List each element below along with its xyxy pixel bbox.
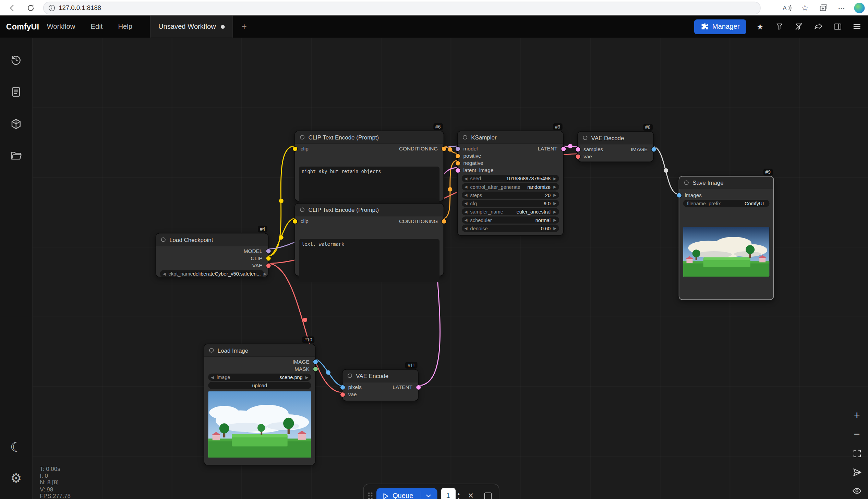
toggle-minimap-button[interactable]: [850, 485, 864, 497]
port-dot[interactable]: [313, 360, 317, 364]
queue-button[interactable]: Queue: [376, 488, 437, 499]
input-port-latent-image[interactable]: latent_image: [458, 167, 563, 174]
comfyui-logo[interactable]: ComfyUI: [6, 22, 39, 31]
port-dot[interactable]: [455, 146, 460, 151]
collapse-dot-icon[interactable]: [348, 374, 352, 378]
arrow-left-icon[interactable]: ◀: [211, 375, 214, 379]
node-clip-text-encode-positive[interactable]: #6 CLIP Text Encode (Prompt) clip CONDIT…: [294, 131, 444, 202]
port-dot[interactable]: [266, 263, 270, 268]
prompt-textarea[interactable]: text, watermark: [299, 239, 439, 282]
node-header[interactable]: Save Image: [679, 177, 773, 189]
stop-button[interactable]: [481, 489, 495, 499]
model-library-icon[interactable]: [6, 114, 26, 134]
input-port-positive[interactable]: positive: [458, 152, 563, 159]
arrow-right-icon[interactable]: ▶: [264, 272, 267, 276]
port-dot[interactable]: [576, 147, 580, 151]
collections-icon[interactable]: [818, 2, 829, 13]
batch-count-input[interactable]: 1: [441, 488, 455, 499]
port-row[interactable]: clip CONDITIONING: [295, 218, 444, 225]
manager-button[interactable]: Manager: [694, 19, 746, 34]
node-ksampler[interactable]: #3 KSampler model LATENT positive negati…: [457, 131, 564, 236]
workflows-folder-icon[interactable]: [6, 146, 26, 166]
input-port-images[interactable]: images: [679, 192, 773, 199]
port-dot[interactable]: [651, 147, 656, 151]
port-dot[interactable]: [677, 193, 681, 197]
arrow-right-icon[interactable]: ▶: [553, 185, 556, 188]
upload-button[interactable]: upload: [208, 382, 311, 389]
browser-more-icon[interactable]: …: [836, 1, 847, 12]
prompt-textarea[interactable]: night sky but retain objects: [299, 167, 439, 207]
arrow-left-icon[interactable]: ◀: [465, 193, 468, 197]
input-port-vae[interactable]: vae: [343, 391, 418, 398]
arrow-right-icon[interactable]: ▶: [553, 218, 556, 222]
arrow-left-icon[interactable]: ◀: [465, 202, 468, 205]
node-header[interactable]: VAE Encode: [343, 370, 418, 382]
site-info-icon[interactable]: [48, 4, 55, 11]
seed-widget[interactable]: ◀ seed 1016868973795498 ▶: [462, 175, 559, 182]
input-port-vae[interactable]: vae: [578, 153, 653, 160]
collapse-dot-icon[interactable]: [684, 180, 689, 185]
port-dot[interactable]: [455, 161, 460, 165]
drag-handle-icon[interactable]: [368, 492, 373, 499]
node-header[interactable]: CLIP Text Encode (Prompt): [295, 204, 444, 216]
ckpt-name-widget[interactable]: ◀ ckpt_name deliberateCyber_v50.safeten.…: [160, 270, 264, 277]
arrow-left-icon[interactable]: ◀: [465, 210, 468, 214]
hamburger-menu-icon[interactable]: [852, 21, 863, 32]
port-dot[interactable]: [340, 392, 345, 397]
saved-image-preview[interactable]: [683, 227, 770, 277]
node-load-checkpoint[interactable]: #4 Load Checkpoint MODEL CLIP VAE ◀ ckpt…: [156, 233, 268, 277]
image-select-widget[interactable]: ◀ image scene.png ▶: [208, 374, 311, 381]
sampler-name-widget[interactable]: ◀ sampler_name euler_ancestral ▶: [462, 208, 559, 215]
settings-gear-icon[interactable]: ⚙: [6, 468, 26, 488]
spinner-down-icon[interactable]: ▼: [457, 497, 460, 499]
spinner-up-icon[interactable]: ▲: [457, 492, 460, 495]
cfg-widget[interactable]: ◀ cfg 9.0 ▶: [462, 200, 559, 207]
menu-edit[interactable]: Edit: [83, 23, 110, 31]
collapse-dot-icon[interactable]: [209, 348, 214, 353]
node-vae-encode[interactable]: #11 VAE Encode pixels LATENT vae: [342, 369, 419, 401]
url-text[interactable]: 127.0.0.1:8188: [59, 4, 101, 11]
arrow-left-icon[interactable]: ◀: [465, 177, 468, 180]
input-port-negative[interactable]: negative: [458, 159, 563, 167]
menu-workflow[interactable]: Workflow: [39, 23, 83, 31]
arrow-left-icon[interactable]: ◀: [465, 218, 468, 222]
node-header[interactable]: Load Checkpoint: [156, 233, 268, 246]
output-port-image[interactable]: IMAGE: [204, 358, 315, 365]
port-dot[interactable]: [292, 146, 297, 151]
node-load-image[interactable]: #10 Load Image IMAGE MASK ◀ image scene.…: [204, 344, 315, 465]
fit-view-button[interactable]: [850, 447, 864, 460]
node-save-image[interactable]: #9 Save Image images filename_prefix Com…: [679, 176, 774, 300]
funnel-slash-icon[interactable]: [793, 21, 804, 32]
zoom-out-button[interactable]: −: [850, 428, 864, 441]
arrow-right-icon[interactable]: ▶: [553, 193, 556, 197]
node-header[interactable]: Load Image: [204, 344, 315, 357]
read-aloud-icon[interactable]: A: [781, 2, 792, 13]
collapse-dot-icon[interactable]: [161, 238, 166, 242]
arrow-right-icon[interactable]: ▶: [553, 210, 556, 214]
favorite-star-icon[interactable]: ☆: [799, 2, 810, 13]
arrow-left-icon[interactable]: ◀: [465, 226, 468, 230]
arrow-right-icon[interactable]: ▶: [305, 375, 309, 379]
loaded-image-preview[interactable]: [208, 391, 311, 458]
output-port-mask[interactable]: MASK: [204, 365, 315, 373]
clear-queue-button[interactable]: ×: [464, 489, 478, 499]
arrow-left-icon[interactable]: ◀: [163, 272, 166, 276]
port-dot[interactable]: [266, 249, 270, 253]
port-row[interactable]: model LATENT: [458, 145, 563, 152]
zoom-in-button[interactable]: +: [850, 410, 864, 422]
port-row[interactable]: samples IMAGE: [578, 146, 653, 153]
collapse-dot-icon[interactable]: [300, 208, 304, 212]
address-bar[interactable]: 127.0.0.1:8188: [43, 1, 761, 14]
output-port-model[interactable]: MODEL: [156, 247, 268, 255]
port-dot[interactable]: [340, 385, 345, 389]
menu-help[interactable]: Help: [110, 23, 140, 31]
node-clip-text-encode-negative[interactable]: CLIP Text Encode (Prompt) clip CONDITION…: [294, 203, 444, 276]
denoise-widget[interactable]: ◀ denoise 0.60 ▶: [462, 225, 559, 232]
port-row[interactable]: pixels LATENT: [343, 384, 418, 391]
node-header[interactable]: VAE Decode: [578, 132, 653, 144]
port-dot[interactable]: [292, 219, 297, 223]
port-dot[interactable]: [442, 146, 446, 151]
collapse-dot-icon[interactable]: [463, 135, 467, 139]
port-dot[interactable]: [576, 154, 580, 159]
workflow-tab[interactable]: Unsaved Workflow: [150, 15, 233, 38]
